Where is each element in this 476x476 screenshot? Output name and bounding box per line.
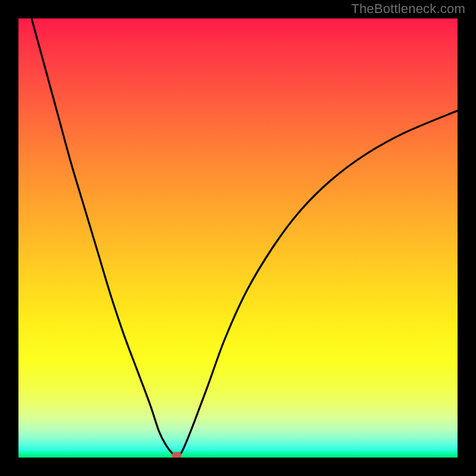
- watermark-text: TheBottleneck.com: [351, 1, 465, 17]
- chart-frame: TheBottleneck.com: [0, 0, 476, 476]
- optimal-point-marker: [172, 452, 181, 458]
- plot-area: [18, 18, 458, 458]
- bottleneck-curve: [18, 18, 458, 458]
